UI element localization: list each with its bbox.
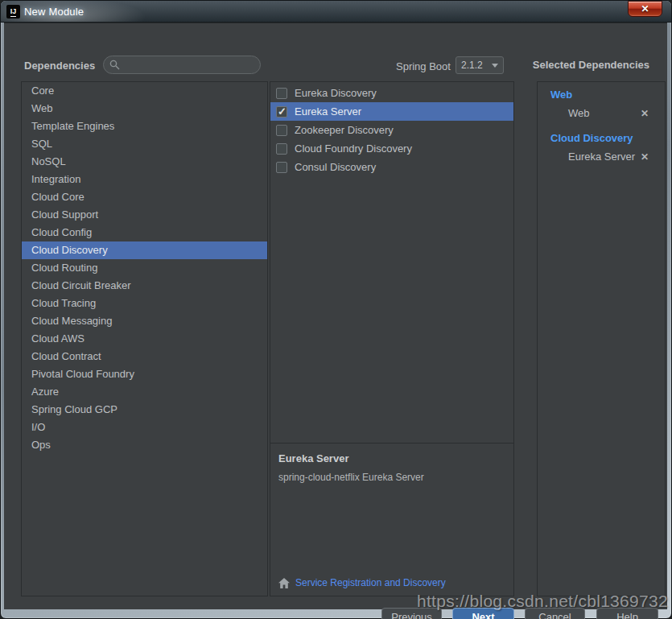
checkbox-checked-icon[interactable] <box>276 106 287 118</box>
checkbox-unchecked-icon[interactable] <box>276 125 287 136</box>
spring-boot-label: Spring Boot <box>396 60 451 72</box>
category-spring-cloud-gcp[interactable]: Spring Cloud GCP <box>22 401 267 419</box>
option-label: Zookeeper Discovery <box>295 124 394 136</box>
option-label: Cloud Foundry Discovery <box>295 142 412 155</box>
selected-group-cloud-discovery: Cloud Discovery <box>550 132 665 144</box>
selected-item-label: Web <box>568 107 590 119</box>
category-cloud-circuit-breaker[interactable]: Cloud Circuit Breaker <box>22 277 267 295</box>
category-io[interactable]: I/O <box>22 419 267 436</box>
category-integration[interactable]: Integration <box>22 171 267 188</box>
dependencies-label: Dependencies <box>24 60 95 72</box>
selected-group-web: Web <box>550 89 665 101</box>
category-template-engines[interactable]: Template Engines <box>22 118 267 135</box>
category-nosql[interactable]: NoSQL <box>22 153 267 171</box>
next-button[interactable]: Next <box>452 608 514 619</box>
selected-item-eureka-server: Eureka Server ✕ <box>568 151 649 163</box>
search-input[interactable] <box>103 56 261 74</box>
previous-button[interactable]: Previous <box>381 608 442 619</box>
category-sql[interactable]: SQL <box>22 135 267 153</box>
category-list: Core Web Template Engines SQL NoSQL Inte… <box>21 81 268 596</box>
window-title: New Module <box>24 6 84 18</box>
option-cloud-foundry-discovery[interactable]: Cloud Foundry Discovery <box>270 139 513 158</box>
category-cloud-tracing[interactable]: Cloud Tracing <box>22 295 267 312</box>
option-zookeeper-discovery[interactable]: Zookeeper Discovery <box>270 121 513 139</box>
help-button[interactable]: Help <box>596 608 658 619</box>
guide-link-label: Service Registration and Discovery <box>295 577 446 588</box>
guide-link[interactable]: Service Registration and Discovery <box>278 577 446 588</box>
option-consul-discovery[interactable]: Consul Discovery <box>270 158 513 176</box>
category-cloud-support[interactable]: Cloud Support <box>22 206 267 224</box>
category-pivotal-cloud-foundry[interactable]: Pivotal Cloud Foundry <box>22 365 267 383</box>
category-ops[interactable]: Ops <box>22 436 267 454</box>
category-cloud-contract[interactable]: Cloud Contract <box>22 348 267 365</box>
titlebar[interactable]: IJ New Module <box>1 1 671 23</box>
checkbox-unchecked-icon[interactable] <box>276 143 287 155</box>
cancel-button[interactable]: Cancel <box>525 608 585 619</box>
selected-dependencies-title: Selected Dependencies <box>533 59 649 71</box>
dialog-content: Dependencies Spring Boot 2.1.2 Selected … <box>4 23 667 609</box>
category-cloud-core[interactable]: Cloud Core <box>22 188 267 206</box>
option-label: Eureka Server <box>295 105 361 118</box>
intellij-idea-logo-icon: IJ <box>6 5 20 19</box>
category-cloud-routing[interactable]: Cloud Routing <box>22 259 267 277</box>
option-label: Consul Discovery <box>295 161 376 173</box>
chevron-down-icon <box>492 64 498 68</box>
search-icon <box>109 60 120 70</box>
category-cloud-config[interactable]: Cloud Config <box>22 224 267 241</box>
category-cloud-aws[interactable]: Cloud AWS <box>22 330 267 348</box>
dependency-details: Eureka Server spring-cloud-netflix Eurek… <box>270 443 513 596</box>
home-icon <box>278 578 290 588</box>
category-core[interactable]: Core <box>22 82 267 100</box>
details-description: spring-cloud-netflix Eureka Server <box>278 472 505 483</box>
category-azure[interactable]: Azure <box>22 383 267 401</box>
category-web[interactable]: Web <box>22 100 267 118</box>
option-label: Eureka Discovery <box>295 87 377 99</box>
option-eureka-discovery[interactable]: Eureka Discovery <box>270 84 513 102</box>
new-module-dialog: IJ New Module ✕ Dependencies Spring Boot… <box>0 0 672 619</box>
category-cloud-messaging[interactable]: Cloud Messaging <box>22 312 267 330</box>
checkbox-unchecked-icon[interactable] <box>276 88 287 99</box>
category-cloud-discovery[interactable]: Cloud Discovery <box>22 241 267 259</box>
selected-dependencies-panel: Web Web ✕ Cloud Discovery Eureka Server … <box>537 81 666 596</box>
spring-boot-version-value: 2.1.2 <box>461 60 492 71</box>
details-title: Eureka Server <box>278 452 505 464</box>
option-eureka-server[interactable]: Eureka Server <box>270 102 513 121</box>
remove-dependency-icon[interactable]: ✕ <box>641 109 649 118</box>
dependency-options-panel: Eureka Discovery Eureka Server Zookeeper… <box>270 81 514 596</box>
spring-boot-version-combo[interactable]: 2.1.2 <box>456 56 504 74</box>
checkbox-unchecked-icon[interactable] <box>276 162 287 173</box>
remove-dependency-icon[interactable]: ✕ <box>641 152 649 162</box>
close-window-button[interactable]: ✕ <box>628 1 662 17</box>
selected-item-web: Web ✕ <box>568 107 649 119</box>
selected-item-label: Eureka Server <box>568 151 635 163</box>
